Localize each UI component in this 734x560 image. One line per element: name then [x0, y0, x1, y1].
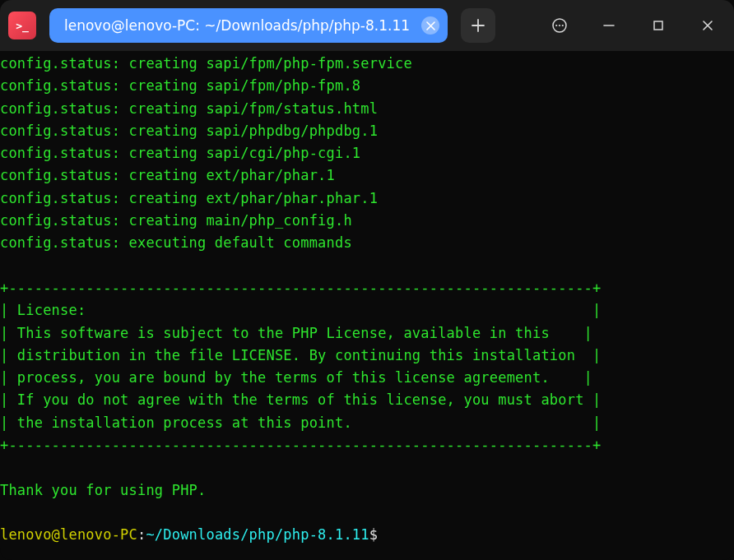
menu-button[interactable]	[541, 8, 578, 43]
terminal-line: config.status: creating ext/phar/phar.1	[0, 164, 734, 187]
terminal-line: Thank you for using PHP.	[0, 479, 734, 502]
maximize-button[interactable]	[640, 8, 676, 43]
terminal-line: | the installation process at this point…	[0, 412, 734, 434]
svg-point-1	[555, 25, 557, 26]
terminal-window: lenovo@lenovo-PC: ~/Downloads/php/php-8.…	[0, 0, 734, 560]
svg-rect-4	[654, 21, 662, 30]
terminal-line: config.status: executing default command…	[0, 232, 734, 254]
svg-point-2	[559, 25, 560, 26]
terminal-line	[0, 502, 734, 524]
terminal-line: config.status: creating sapi/fpm/status.…	[0, 98, 734, 120]
tab-active[interactable]: lenovo@lenovo-PC: ~/Downloads/php/php-8.…	[49, 8, 448, 43]
terminal-line: | process, you are bound by the terms of…	[0, 367, 734, 389]
prompt-line[interactable]: lenovo@lenovo-PC:~/Downloads/php/php-8.1…	[0, 524, 734, 546]
tab-title: lenovo@lenovo-PC: ~/Downloads/php/php-8.…	[64, 17, 410, 34]
terminal-body[interactable]: config.status: creating sapi/fpm/php-fpm…	[0, 51, 734, 560]
terminal-line: | distribution in the file LICENSE. By c…	[0, 345, 734, 367]
close-icon[interactable]	[421, 16, 439, 35]
terminal-line: config.status: creating sapi/fpm/php-fpm…	[0, 75, 734, 97]
prompt-sep: :	[137, 526, 146, 543]
terminal-line	[0, 255, 734, 277]
app-icon[interactable]	[8, 12, 36, 39]
prompt-sigil: $	[369, 526, 387, 543]
terminal-line: | License: |	[0, 299, 734, 322]
new-tab-button[interactable]	[461, 8, 495, 43]
titlebar: lenovo@lenovo-PC: ~/Downloads/php/php-8.…	[0, 0, 734, 51]
svg-point-3	[562, 25, 564, 26]
terminal-line: config.status: creating sapi/fpm/php-fpm…	[0, 53, 734, 75]
terminal-line: +---------------------------------------…	[0, 434, 734, 456]
terminal-line: | This software is subject to the PHP Li…	[0, 322, 734, 345]
terminal-line: +---------------------------------------…	[0, 277, 734, 299]
terminal-line: config.status: creating main/php_config.…	[0, 210, 734, 232]
terminal-line	[0, 456, 734, 479]
prompt-cwd: ~/Downloads/php/php-8.1.11	[146, 526, 369, 543]
terminal-line: config.status: creating sapi/phpdbg/phpd…	[0, 120, 734, 142]
close-button[interactable]	[690, 8, 726, 43]
prompt-userhost: lenovo@lenovo-PC	[0, 526, 137, 543]
minimize-button[interactable]	[591, 8, 627, 43]
terminal-line: | If you do not agree with the terms of …	[0, 389, 734, 411]
terminal-line: config.status: creating ext/phar/phar.ph…	[0, 187, 734, 210]
terminal-line: config.status: creating sapi/cgi/php-cgi…	[0, 142, 734, 164]
